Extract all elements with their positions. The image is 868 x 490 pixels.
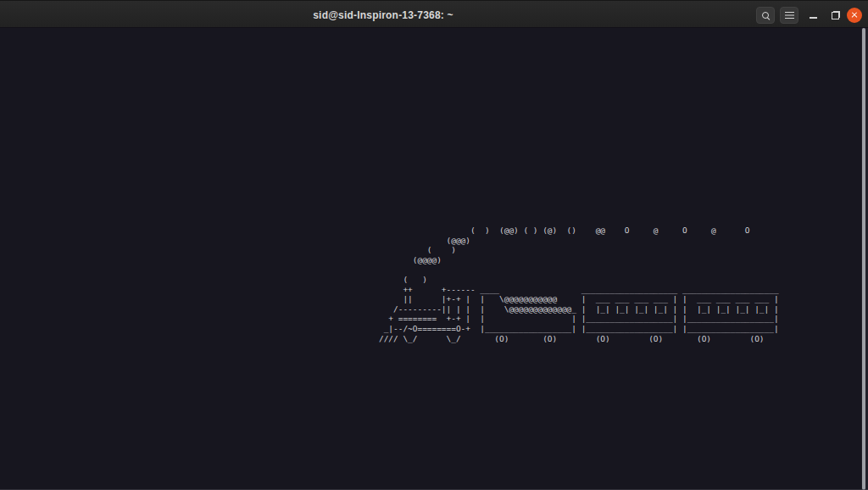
window-title: sid@sid-Inspiron-13-7368: ~	[0, 1, 766, 29]
close-button[interactable]	[847, 8, 862, 23]
ascii-train-art: ( ) (@@) ( ) (@) () @@ O @ O @ O (@@@) (…	[379, 226, 783, 343]
titlebar: sid@sid-Inspiron-13-7368: ~	[0, 0, 868, 28]
close-icon	[851, 12, 858, 19]
terminal-screen[interactable]: ( ) (@@) ( ) (@) () @@ O @ O @ O (@@@) (…	[0, 28, 868, 490]
restore-button[interactable]	[827, 6, 844, 25]
hamburger-menu-icon	[785, 12, 794, 19]
restore-icon	[832, 11, 840, 19]
terminal-window: sid@sid-Inspiron-13-7368: ~ ( ) (@@) ( )…	[0, 0, 868, 490]
minimize-icon	[810, 17, 817, 19]
menu-button[interactable]	[780, 7, 798, 24]
scrollbar[interactable]	[861, 28, 868, 490]
search-icon	[761, 11, 771, 20]
search-button[interactable]	[756, 7, 775, 24]
scrollbar-thumb[interactable]	[862, 28, 865, 490]
minimize-button[interactable]	[804, 6, 821, 25]
